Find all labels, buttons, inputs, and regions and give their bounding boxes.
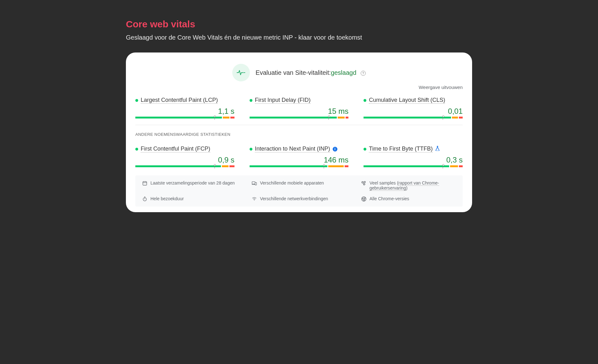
distribution-bar <box>364 165 463 167</box>
footer-text: Laatste verzamelingsperiode van 28 dagen <box>150 180 235 185</box>
marker-icon <box>322 164 325 168</box>
marker-icon <box>213 115 216 120</box>
footer-session: Hele bezoekduur <box>142 196 237 201</box>
footer-networks: Verschillende netwerkverbindingen <box>252 196 346 201</box>
status-dot-icon <box>135 148 138 151</box>
assessment-text: Evaluatie van Site-vitaliteit:geslaagd ? <box>256 69 366 76</box>
context-footer: Laatste verzamelingsperiode van 28 dagen… <box>135 175 463 207</box>
footer-text: Verschillende netwerkverbindingen <box>260 196 328 201</box>
metric-value: 15 ms <box>250 107 349 116</box>
marker-icon <box>327 115 330 120</box>
distribution-bar <box>250 165 349 167</box>
metric-value: 146 ms <box>250 156 349 164</box>
wifi-icon <box>252 196 257 201</box>
status-dot-icon <box>135 99 138 102</box>
metric-name[interactable]: First Input Delay (FID) <box>255 97 311 104</box>
status-dot-icon <box>250 99 252 102</box>
svg-point-12 <box>143 198 147 201</box>
assessment-label: Evaluatie van Site-vitaliteit: <box>256 69 331 76</box>
marker-icon <box>213 164 216 168</box>
metric-name[interactable]: Time to First Byte (TTFB) <box>369 146 432 152</box>
metric-cls: Cumulative Layout Shift (CLS) 0,01 <box>364 97 463 119</box>
svg-rect-6 <box>252 182 255 184</box>
footer-text: Veel samples (rapport van Chrome-gebruik… <box>370 180 456 190</box>
marker-icon <box>442 115 444 120</box>
distribution-bar <box>364 117 463 119</box>
divider <box>135 125 463 125</box>
svg-point-0 <box>243 72 244 73</box>
footer-samples: Veel samples (rapport van Chrome-gebruik… <box>361 180 456 190</box>
footer-text: Hele bezoekduur <box>150 196 184 201</box>
svg-point-11 <box>364 184 365 185</box>
footer-text: Verschillende mobiele apparaten <box>260 180 324 185</box>
svg-point-10 <box>364 181 365 183</box>
metric-name[interactable]: Cumulative Layout Shift (CLS) <box>369 97 445 104</box>
stopwatch-icon <box>142 196 147 201</box>
metric-name[interactable]: First Contentful Paint (FCP) <box>141 146 210 152</box>
footer-collection-period: Laatste verzamelingsperiode van 28 dagen <box>142 180 237 190</box>
calendar-icon <box>142 181 147 186</box>
pulse-icon <box>232 64 250 81</box>
flask-icon[interactable] <box>435 146 440 152</box>
help-icon[interactable]: ? <box>361 71 366 76</box>
svg-rect-2 <box>143 182 147 185</box>
info-icon[interactable]: i <box>333 147 337 152</box>
footer-text: Alle Chrome-versies <box>370 196 409 201</box>
samples-icon <box>361 181 366 186</box>
other-stats-heading: ANDERE NOEMENSWAARDIGE STATISTIEKEN <box>135 132 463 137</box>
metric-fid: First Input Delay (FID) 15 ms <box>250 97 349 119</box>
svg-point-9 <box>362 182 364 183</box>
status-dot-icon <box>250 148 252 151</box>
chrome-icon <box>361 196 366 201</box>
distribution-bar <box>135 165 234 167</box>
distribution-bar <box>135 117 234 119</box>
metric-name[interactable]: Largest Contentful Paint (LCP) <box>141 97 218 104</box>
page-title: Core web vitals <box>126 19 472 30</box>
page-subtitle: Geslaagd voor de Core Web Vitals én de n… <box>126 34 472 41</box>
status-dot-icon <box>364 148 366 151</box>
distribution-bar <box>250 117 349 119</box>
vitals-card: Evaluatie van Site-vitaliteit:geslaagd ?… <box>126 52 472 212</box>
footer-devices: Verschillende mobiele apparaten <box>252 180 346 190</box>
marker-icon <box>442 164 444 168</box>
footer-versions: Alle Chrome-versies <box>361 196 456 201</box>
metric-value: 0,3 s <box>364 156 463 164</box>
metric-value: 0,9 s <box>135 156 234 164</box>
metric-inp: Interaction to Next Paint (INP) i 146 ms <box>250 146 349 167</box>
assessment-header: Evaluatie van Site-vitaliteit:geslaagd ? <box>135 64 463 81</box>
other-metrics-row: First Contentful Paint (FCP) 0,9 s Inter… <box>135 146 463 167</box>
assessment-result: geslaagd <box>331 69 356 76</box>
metric-lcp: Largest Contentful Paint (LCP) 1,1 s <box>135 97 234 119</box>
core-metrics-row: Largest Contentful Paint (LCP) 1,1 s Fir… <box>135 97 463 119</box>
metric-ttfb: Time to First Byte (TTFB) 0,3 s <box>364 146 463 167</box>
metric-value: 0,01 <box>364 107 463 116</box>
metric-value: 1,1 s <box>135 107 234 116</box>
metric-fcp: First Contentful Paint (FCP) 0,9 s <box>135 146 234 167</box>
svg-point-16 <box>254 200 254 201</box>
expand-view-link[interactable]: Weergave uitvouwen <box>135 85 463 90</box>
metric-name[interactable]: Interaction to Next Paint (INP) <box>255 146 330 152</box>
status-dot-icon <box>364 99 366 102</box>
devices-icon <box>252 181 257 186</box>
